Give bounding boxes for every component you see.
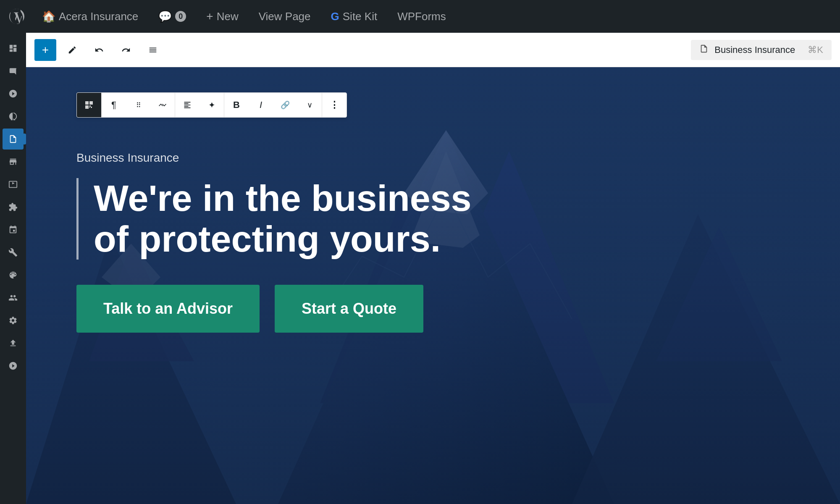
alignment-section: ✦ [175, 93, 224, 117]
add-block-button[interactable]: + [34, 39, 56, 61]
chevron-dropdown[interactable]: ∨ [297, 93, 322, 117]
sidebar-item-import-export[interactable] [3, 333, 24, 354]
link-button[interactable]: 🔗 [273, 93, 297, 117]
sidebar-item-tools[interactable] [3, 242, 24, 263]
hero-section: ¶ ⠿ ✦ B [26, 67, 840, 504]
redo-button[interactable] [115, 39, 137, 61]
plus-icon: + [206, 10, 213, 23]
advisor-button-label: Talk to an Advisor [103, 300, 233, 317]
sidebar-item-pages[interactable] [3, 129, 24, 150]
undo-button[interactable] [88, 39, 110, 61]
block-toolbar: ¶ ⠿ ✦ B [76, 92, 347, 118]
block-type-button[interactable] [77, 93, 101, 117]
sidebar-item-play[interactable] [3, 355, 24, 376]
breadcrumb-text: Business Insurance [76, 151, 179, 164]
hero-heading: We're in the business of protecting your… [94, 178, 472, 260]
comments-count: 0 [175, 11, 186, 22]
admin-bar-wpforms[interactable]: WPForms [393, 8, 450, 26]
sidebar-item-appearance[interactable] [3, 265, 24, 286]
admin-bar-site[interactable]: 🏠 Acera Insurance [38, 8, 142, 26]
sidebar-item-dashboard[interactable] [3, 38, 24, 59]
more-options-section: ⋮ [322, 93, 346, 117]
sidebar-item-media[interactable] [3, 174, 24, 195]
sidebar-item-users[interactable] [3, 287, 24, 308]
site-name: Acera Insurance [59, 10, 138, 23]
quote-button-label: Start a Quote [302, 300, 396, 317]
hero-content: ¶ ⠿ ✦ B [76, 92, 790, 333]
cta-buttons: Talk to an Advisor Start a Quote [76, 285, 790, 333]
admin-bar: 🏠 Acera Insurance 💬 0 + New View Page G … [0, 0, 840, 33]
home-icon: 🏠 [42, 10, 55, 23]
page-title: Business Insurance [714, 45, 795, 55]
drag-handle[interactable]: ⠿ [126, 93, 150, 117]
hero-text-block: We're in the business of protecting your… [76, 178, 790, 260]
hero-breadcrumb: Business Insurance [76, 151, 790, 165]
talk-to-advisor-button[interactable]: Talk to an Advisor [76, 285, 260, 333]
page-info[interactable]: Business Insurance ⌘K [691, 40, 832, 60]
bold-button[interactable]: B [224, 93, 249, 117]
italic-button[interactable]: I [249, 93, 273, 117]
hero-heading-line2: of protecting yours. [94, 218, 441, 260]
plus-icon: + [42, 43, 49, 57]
wp-sidebar [0, 33, 26, 504]
start-quote-button[interactable]: Start a Quote [275, 285, 423, 333]
sidebar-item-comments[interactable] [3, 60, 24, 81]
keyboard-shortcut: ⌘K [808, 45, 823, 55]
admin-bar-new[interactable]: + New [202, 7, 242, 26]
sidebar-item-jetpack[interactable] [3, 83, 24, 104]
new-label: New [217, 10, 239, 23]
g-icon: G [331, 10, 339, 23]
block-type-section [77, 93, 102, 117]
admin-bar-comments[interactable]: 💬 0 [154, 8, 190, 26]
sidebar-item-pin[interactable] [3, 219, 24, 240]
text-format-section: B I 🔗 ∨ [224, 93, 322, 117]
sidebar-item-store[interactable] [3, 151, 24, 172]
comments-bar-icon: 💬 [158, 10, 172, 23]
paragraph-button[interactable]: ¶ [102, 93, 126, 117]
move-button[interactable] [150, 93, 175, 117]
transform-button[interactable]: ✦ [200, 93, 224, 117]
admin-bar-site-kit[interactable]: G Site Kit [327, 8, 382, 26]
sidebar-item-settings[interactable] [3, 310, 24, 331]
wpforms-label: WPForms [397, 10, 446, 23]
editor-toolbar: + Business Insurance ⌘K [26, 33, 840, 67]
view-page-label: View Page [259, 10, 311, 23]
more-options-button[interactable]: ⋮ [322, 93, 346, 117]
sidebar-item-performance[interactable] [3, 106, 24, 127]
site-kit-label: Site Kit [343, 10, 377, 23]
wp-logo[interactable] [8, 7, 26, 26]
editor-canvas: ¶ ⠿ ✦ B [26, 67, 840, 504]
list-view-button[interactable] [142, 39, 164, 61]
sidebar-item-plugins[interactable] [3, 197, 24, 218]
admin-bar-view-page[interactable]: View Page [255, 8, 315, 26]
page-document-icon [699, 44, 709, 56]
hero-heading-line1: We're in the business [94, 177, 472, 219]
block-controls-section: ¶ ⠿ [102, 93, 175, 117]
tools-button[interactable] [61, 39, 83, 61]
align-button[interactable] [175, 93, 200, 117]
